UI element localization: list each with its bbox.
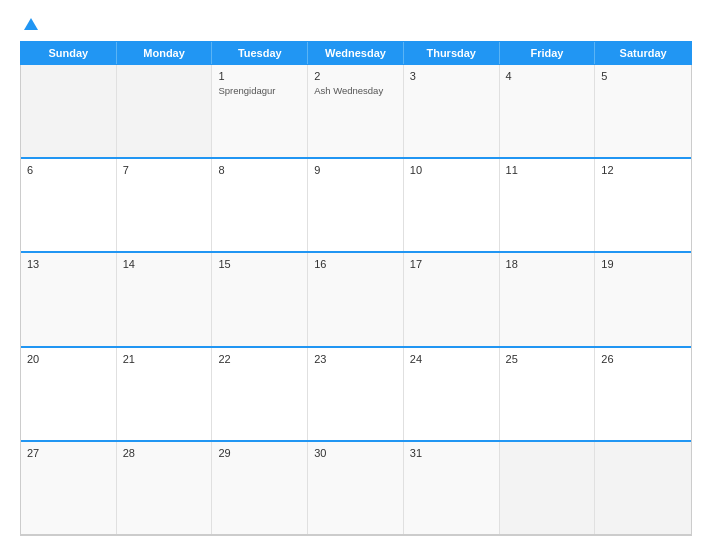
- calendar-cell: 4: [500, 65, 596, 157]
- calendar-week-4: 20212223242526: [21, 348, 691, 442]
- calendar-cell: 26: [595, 348, 691, 440]
- calendar-cell: 27: [21, 442, 117, 534]
- header-cell-sunday: Sunday: [21, 42, 117, 64]
- day-number: 5: [601, 70, 685, 82]
- calendar-cell: 18: [500, 253, 596, 345]
- day-number: 3: [410, 70, 493, 82]
- calendar-cell: 17: [404, 253, 500, 345]
- calendar-cell: 12: [595, 159, 691, 251]
- day-number: 16: [314, 258, 397, 270]
- header-cell-friday: Friday: [500, 42, 596, 64]
- calendar-cell: 19: [595, 253, 691, 345]
- day-number: 6: [27, 164, 110, 176]
- day-number: 18: [506, 258, 589, 270]
- calendar-header: SundayMondayTuesdayWednesdayThursdayFrid…: [20, 41, 692, 65]
- calendar-page: SundayMondayTuesdayWednesdayThursdayFrid…: [0, 0, 712, 550]
- page-header: [20, 18, 692, 31]
- header-cell-thursday: Thursday: [404, 42, 500, 64]
- logo: [20, 18, 38, 31]
- day-number: 11: [506, 164, 589, 176]
- calendar-cell: [595, 442, 691, 534]
- calendar-cell: 24: [404, 348, 500, 440]
- calendar-cell: 16: [308, 253, 404, 345]
- day-number: 8: [218, 164, 301, 176]
- day-number: 10: [410, 164, 493, 176]
- calendar-cell: 2Ash Wednesday: [308, 65, 404, 157]
- day-number: 29: [218, 447, 301, 459]
- header-cell-wednesday: Wednesday: [308, 42, 404, 64]
- calendar: SundayMondayTuesdayWednesdayThursdayFrid…: [20, 41, 692, 536]
- day-number: 7: [123, 164, 206, 176]
- calendar-cell: 21: [117, 348, 213, 440]
- calendar-cell: [21, 65, 117, 157]
- calendar-cell: 13: [21, 253, 117, 345]
- calendar-cell: 30: [308, 442, 404, 534]
- day-number: 27: [27, 447, 110, 459]
- day-number: 25: [506, 353, 589, 365]
- day-number: 15: [218, 258, 301, 270]
- calendar-cell: 14: [117, 253, 213, 345]
- calendar-cell: 1Sprengidagur: [212, 65, 308, 157]
- calendar-cell: 6: [21, 159, 117, 251]
- day-number: 1: [218, 70, 301, 82]
- day-number: 23: [314, 353, 397, 365]
- calendar-cell: 22: [212, 348, 308, 440]
- day-number: 14: [123, 258, 206, 270]
- day-number: 31: [410, 447, 493, 459]
- day-number: 4: [506, 70, 589, 82]
- day-number: 21: [123, 353, 206, 365]
- day-number: 12: [601, 164, 685, 176]
- calendar-cell: 15: [212, 253, 308, 345]
- day-number: 17: [410, 258, 493, 270]
- calendar-week-2: 6789101112: [21, 159, 691, 253]
- calendar-cell: 7: [117, 159, 213, 251]
- calendar-cell: [500, 442, 596, 534]
- day-number: 20: [27, 353, 110, 365]
- calendar-cell: 9: [308, 159, 404, 251]
- calendar-cell: 23: [308, 348, 404, 440]
- day-number: 30: [314, 447, 397, 459]
- event-label: Ash Wednesday: [314, 85, 397, 97]
- calendar-cell: 3: [404, 65, 500, 157]
- calendar-cell: 28: [117, 442, 213, 534]
- calendar-cell: 20: [21, 348, 117, 440]
- day-number: 9: [314, 164, 397, 176]
- calendar-cell: 29: [212, 442, 308, 534]
- day-number: 28: [123, 447, 206, 459]
- day-number: 13: [27, 258, 110, 270]
- logo-triangle-icon: [24, 18, 38, 30]
- event-label: Sprengidagur: [218, 85, 301, 97]
- day-number: 24: [410, 353, 493, 365]
- day-number: 2: [314, 70, 397, 82]
- calendar-cell: 8: [212, 159, 308, 251]
- header-cell-tuesday: Tuesday: [212, 42, 308, 64]
- calendar-week-5: 2728293031: [21, 442, 691, 535]
- day-number: 26: [601, 353, 685, 365]
- calendar-week-1: 1Sprengidagur2Ash Wednesday345: [21, 65, 691, 159]
- calendar-cell: 11: [500, 159, 596, 251]
- calendar-body: 1Sprengidagur2Ash Wednesday3456789101112…: [20, 65, 692, 536]
- calendar-cell: 31: [404, 442, 500, 534]
- header-cell-monday: Monday: [117, 42, 213, 64]
- calendar-cell: [117, 65, 213, 157]
- calendar-cell: 25: [500, 348, 596, 440]
- day-number: 22: [218, 353, 301, 365]
- calendar-cell: 10: [404, 159, 500, 251]
- calendar-week-3: 13141516171819: [21, 253, 691, 347]
- header-cell-saturday: Saturday: [595, 42, 691, 64]
- calendar-cell: 5: [595, 65, 691, 157]
- day-number: 19: [601, 258, 685, 270]
